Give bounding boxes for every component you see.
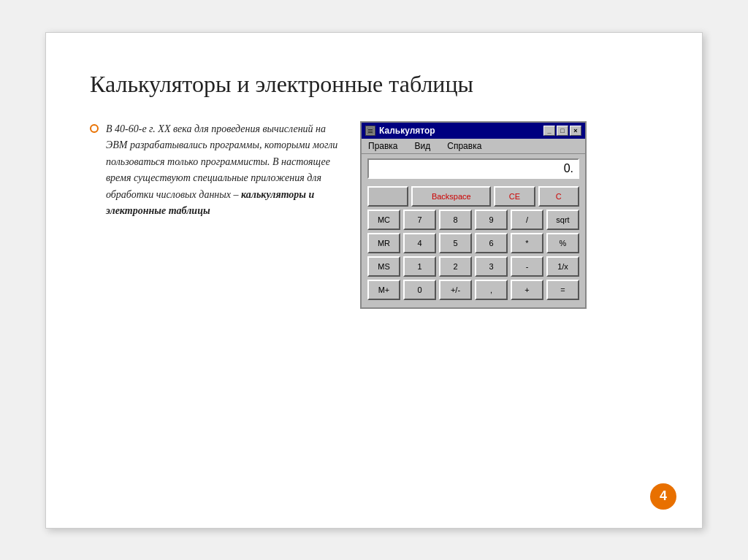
menu-spravka[interactable]: Справка	[444, 140, 484, 152]
calc-row-4: MS 1 2 3 - 1/x	[367, 256, 579, 277]
calc-row-3: MR 4 5 6 * %	[367, 233, 579, 253]
close-button[interactable]: ×	[570, 126, 581, 136]
calc-titlebar: Калькулятор _ □ ×	[362, 123, 585, 139]
content-area: В 40-60-е г. XX века для проведения вычи…	[90, 121, 658, 309]
calc-menubar: Правка Вид Справка	[362, 139, 585, 154]
slide: Калькуляторы и электронные таблицы В 40-…	[45, 32, 703, 529]
bullet-item: В 40-60-е г. XX века для проведения вычи…	[90, 121, 338, 219]
btn-5[interactable]: 5	[439, 233, 472, 253]
btn-reciprocal[interactable]: 1/x	[546, 256, 579, 277]
btn-mr[interactable]: MR	[367, 233, 400, 253]
calc-window-controls: _ □ ×	[543, 126, 581, 136]
btn-2[interactable]: 2	[439, 256, 472, 277]
calculator-window: Калькулятор _ □ × Правка Вид Справка 0.	[360, 121, 587, 309]
btn-4[interactable]: 4	[403, 233, 436, 253]
bullet-text: В 40-60-е г. XX века для проведения вычи…	[106, 121, 338, 219]
btn-ce[interactable]: CE	[494, 186, 535, 207]
calc-title-icon	[365, 126, 375, 136]
btn-3[interactable]: 3	[475, 256, 508, 277]
btn-mplus[interactable]: M+	[367, 280, 400, 300]
slide-title: Калькуляторы и электронные таблицы	[90, 69, 658, 100]
btn-8[interactable]: 8	[439, 210, 472, 230]
calc-display-value: 0.	[564, 162, 573, 175]
btn-c[interactable]: C	[538, 186, 579, 207]
calc-row-5: M+ 0 +/- , + =	[367, 280, 579, 300]
btn-0[interactable]: 0	[403, 280, 436, 300]
btn-9[interactable]: 9	[475, 210, 508, 230]
btn-percent[interactable]: %	[546, 233, 579, 253]
btn-equals[interactable]: =	[546, 280, 579, 300]
svg-rect-1	[368, 129, 373, 130]
svg-rect-2	[368, 131, 373, 131]
bold-text: калькуляторы и электронные таблицы	[106, 189, 314, 216]
calc-title-left: Калькулятор	[365, 126, 435, 136]
btn-minus[interactable]: -	[511, 256, 543, 277]
calc-display: 0.	[362, 154, 585, 182]
minimize-button[interactable]: _	[543, 126, 555, 136]
menu-vid[interactable]: Вид	[412, 140, 434, 152]
btn-1[interactable]: 1	[403, 256, 436, 277]
btn-6[interactable]: 6	[475, 233, 508, 253]
btn-mc[interactable]: MC	[367, 210, 400, 230]
btn-ms[interactable]: MS	[367, 256, 400, 277]
btn-sqrt[interactable]: sqrt	[546, 210, 579, 230]
maximize-button[interactable]: □	[557, 126, 568, 136]
page-number: 4	[650, 483, 676, 510]
btn-negate[interactable]: +/-	[439, 280, 472, 300]
btn-backspace[interactable]: Backspace	[411, 186, 491, 207]
calc-title-text: Калькулятор	[379, 126, 435, 136]
svg-rect-3	[368, 132, 373, 133]
bullet-icon	[90, 124, 99, 133]
calc-row-1: Backspace CE C	[367, 186, 579, 207]
calc-buttons: Backspace CE C MC 7 8 9 / sqrt MR 4	[362, 182, 585, 307]
menu-pravka[interactable]: Правка	[365, 140, 401, 152]
btn-divide[interactable]: /	[511, 210, 543, 230]
btn-multiply[interactable]: *	[511, 233, 543, 253]
calc-screen: 0.	[367, 158, 579, 179]
btn-decimal[interactable]: ,	[475, 280, 508, 300]
btn-empty[interactable]	[367, 186, 408, 207]
calc-row-2: MC 7 8 9 / sqrt	[367, 210, 579, 230]
btn-plus[interactable]: +	[511, 280, 543, 300]
btn-7[interactable]: 7	[403, 210, 436, 230]
text-column: В 40-60-е г. XX века для проведения вычи…	[90, 121, 338, 219]
